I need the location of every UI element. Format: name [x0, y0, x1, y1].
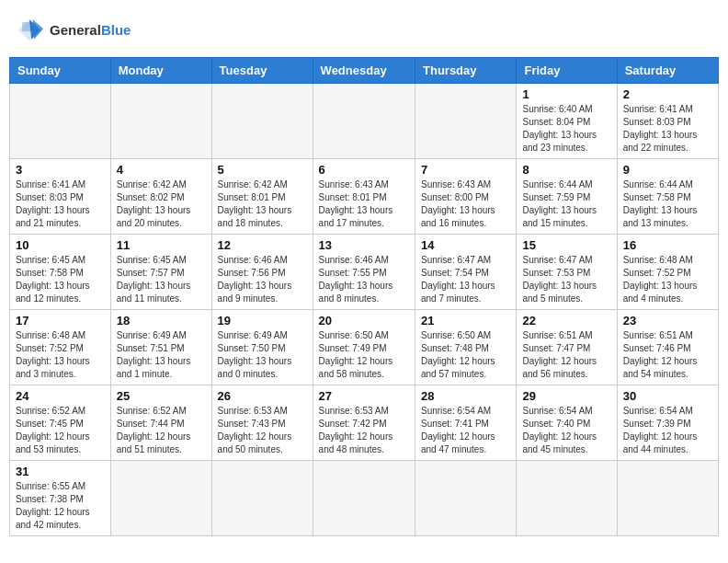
- header-tuesday: Tuesday: [211, 58, 313, 84]
- day-info: Sunrise: 6:53 AM Sunset: 7:42 PM Dayligh…: [319, 405, 409, 456]
- day-number: 13: [319, 238, 409, 252]
- calendar-week-row: 3Sunrise: 6:41 AM Sunset: 8:03 PM Daylig…: [10, 159, 719, 235]
- day-info: Sunrise: 6:51 AM Sunset: 7:47 PM Dayligh…: [522, 329, 610, 381]
- day-number: 28: [421, 389, 510, 403]
- day-info: Sunrise: 6:50 AM Sunset: 7:48 PM Dayligh…: [421, 329, 510, 381]
- calendar-cell: [211, 461, 313, 536]
- calendar-header-row: Sunday Monday Tuesday Wednesday Thursday…: [10, 58, 719, 84]
- calendar-cell: 31Sunrise: 6:55 AM Sunset: 7:38 PM Dayli…: [10, 461, 111, 536]
- calendar-week-row: 31Sunrise: 6:55 AM Sunset: 7:38 PM Dayli…: [10, 461, 719, 536]
- day-info: Sunrise: 6:52 AM Sunset: 7:44 PM Dayligh…: [117, 405, 206, 456]
- day-number: 16: [623, 238, 712, 252]
- day-number: 29: [522, 389, 610, 403]
- day-number: 5: [218, 163, 307, 177]
- calendar-cell: 13Sunrise: 6:46 AM Sunset: 7:55 PM Dayli…: [313, 235, 415, 310]
- day-number: 30: [623, 389, 712, 403]
- day-number: 20: [319, 314, 409, 327]
- day-number: 26: [218, 389, 307, 403]
- day-info: Sunrise: 6:43 AM Sunset: 8:01 PM Dayligh…: [319, 178, 409, 230]
- calendar-cell: 18Sunrise: 6:49 AM Sunset: 7:51 PM Dayli…: [110, 310, 211, 385]
- day-number: 21: [421, 314, 510, 327]
- header-saturday: Saturday: [617, 58, 718, 84]
- day-number: 12: [218, 238, 307, 252]
- svg-marker-4: [22, 22, 33, 31]
- day-info: Sunrise: 6:54 AM Sunset: 7:41 PM Dayligh…: [421, 405, 510, 456]
- header-sunday: Sunday: [10, 58, 111, 84]
- day-info: Sunrise: 6:53 AM Sunset: 7:43 PM Dayligh…: [218, 405, 307, 456]
- day-info: Sunrise: 6:41 AM Sunset: 8:03 PM Dayligh…: [16, 178, 105, 230]
- calendar-cell: 30Sunrise: 6:54 AM Sunset: 7:39 PM Dayli…: [617, 385, 718, 461]
- day-number: 31: [16, 465, 105, 478]
- calendar-cell: 26Sunrise: 6:53 AM Sunset: 7:43 PM Dayli…: [211, 385, 313, 461]
- calendar-table: Sunday Monday Tuesday Wednesday Thursday…: [9, 57, 719, 536]
- day-number: 11: [117, 238, 206, 252]
- calendar-cell: 14Sunrise: 6:47 AM Sunset: 7:54 PM Dayli…: [415, 235, 517, 310]
- day-number: 14: [421, 238, 510, 252]
- calendar-cell: [617, 461, 718, 536]
- day-info: Sunrise: 6:46 AM Sunset: 7:55 PM Dayligh…: [319, 254, 409, 305]
- day-number: 1: [522, 87, 610, 101]
- header: GeneralBlue: [9, 9, 719, 50]
- header-thursday: Thursday: [415, 58, 517, 84]
- logo: GeneralBlue: [13, 17, 131, 42]
- logo-icon: [13, 17, 46, 42]
- calendar-cell: [211, 84, 313, 159]
- day-number: 8: [522, 163, 610, 177]
- calendar-cell: 15Sunrise: 6:47 AM Sunset: 7:53 PM Dayli…: [517, 235, 617, 310]
- calendar-cell: 23Sunrise: 6:51 AM Sunset: 7:46 PM Dayli…: [617, 310, 718, 385]
- day-info: Sunrise: 6:47 AM Sunset: 7:53 PM Dayligh…: [522, 254, 610, 305]
- calendar-cell: 17Sunrise: 6:48 AM Sunset: 7:52 PM Dayli…: [10, 310, 111, 385]
- day-number: 27: [319, 389, 409, 403]
- calendar-week-row: 17Sunrise: 6:48 AM Sunset: 7:52 PM Dayli…: [10, 310, 719, 385]
- day-number: 7: [421, 163, 510, 177]
- calendar-cell: 19Sunrise: 6:49 AM Sunset: 7:50 PM Dayli…: [211, 310, 313, 385]
- calendar-cell: 25Sunrise: 6:52 AM Sunset: 7:44 PM Dayli…: [110, 385, 211, 461]
- calendar-cell: [10, 84, 111, 159]
- calendar-cell: 16Sunrise: 6:48 AM Sunset: 7:52 PM Dayli…: [617, 235, 718, 310]
- day-info: Sunrise: 6:42 AM Sunset: 8:02 PM Dayligh…: [117, 178, 206, 230]
- day-number: 19: [218, 314, 307, 327]
- day-number: 24: [16, 389, 105, 403]
- day-info: Sunrise: 6:45 AM Sunset: 7:57 PM Dayligh…: [117, 254, 206, 305]
- day-info: Sunrise: 6:47 AM Sunset: 7:54 PM Dayligh…: [421, 254, 510, 305]
- day-info: Sunrise: 6:42 AM Sunset: 8:01 PM Dayligh…: [218, 178, 307, 230]
- day-number: 2: [623, 87, 712, 101]
- day-info: Sunrise: 6:46 AM Sunset: 7:56 PM Dayligh…: [218, 254, 307, 305]
- header-monday: Monday: [110, 58, 211, 84]
- calendar-cell: [313, 84, 415, 159]
- calendar-cell: 9Sunrise: 6:44 AM Sunset: 7:58 PM Daylig…: [617, 159, 718, 235]
- header-friday: Friday: [517, 58, 617, 84]
- calendar-cell: 20Sunrise: 6:50 AM Sunset: 7:49 PM Dayli…: [313, 310, 415, 385]
- calendar-week-row: 24Sunrise: 6:52 AM Sunset: 7:45 PM Dayli…: [10, 385, 719, 461]
- logo-text: GeneralBlue: [50, 22, 131, 38]
- calendar-cell: 24Sunrise: 6:52 AM Sunset: 7:45 PM Dayli…: [10, 385, 111, 461]
- day-number: 4: [117, 163, 206, 177]
- day-number: 3: [16, 163, 105, 177]
- calendar-cell: 27Sunrise: 6:53 AM Sunset: 7:42 PM Dayli…: [313, 385, 415, 461]
- day-info: Sunrise: 6:40 AM Sunset: 8:04 PM Dayligh…: [522, 103, 610, 155]
- day-info: Sunrise: 6:48 AM Sunset: 7:52 PM Dayligh…: [623, 254, 712, 305]
- calendar-week-row: 10Sunrise: 6:45 AM Sunset: 7:58 PM Dayli…: [10, 235, 719, 310]
- calendar-cell: 2Sunrise: 6:41 AM Sunset: 8:03 PM Daylig…: [617, 84, 718, 159]
- day-number: 6: [319, 163, 409, 177]
- day-number: 18: [117, 314, 206, 327]
- calendar-cell: 21Sunrise: 6:50 AM Sunset: 7:48 PM Dayli…: [415, 310, 517, 385]
- header-wednesday: Wednesday: [313, 58, 415, 84]
- day-number: 9: [623, 163, 712, 177]
- day-info: Sunrise: 6:41 AM Sunset: 8:03 PM Dayligh…: [623, 103, 712, 155]
- day-info: Sunrise: 6:55 AM Sunset: 7:38 PM Dayligh…: [16, 480, 105, 532]
- calendar-cell: [415, 461, 517, 536]
- calendar-week-row: 1Sunrise: 6:40 AM Sunset: 8:04 PM Daylig…: [10, 84, 719, 159]
- calendar-cell: [517, 461, 617, 536]
- calendar-cell: 3Sunrise: 6:41 AM Sunset: 8:03 PM Daylig…: [10, 159, 111, 235]
- day-info: Sunrise: 6:52 AM Sunset: 7:45 PM Dayligh…: [16, 405, 105, 456]
- day-info: Sunrise: 6:45 AM Sunset: 7:58 PM Dayligh…: [16, 254, 105, 305]
- day-number: 10: [16, 238, 105, 252]
- day-info: Sunrise: 6:44 AM Sunset: 7:58 PM Dayligh…: [623, 178, 712, 230]
- calendar-cell: 4Sunrise: 6:42 AM Sunset: 8:02 PM Daylig…: [110, 159, 211, 235]
- day-info: Sunrise: 6:54 AM Sunset: 7:40 PM Dayligh…: [522, 405, 610, 456]
- day-info: Sunrise: 6:49 AM Sunset: 7:51 PM Dayligh…: [117, 329, 206, 381]
- day-info: Sunrise: 6:49 AM Sunset: 7:50 PM Dayligh…: [218, 329, 307, 381]
- calendar-cell: 10Sunrise: 6:45 AM Sunset: 7:58 PM Dayli…: [10, 235, 111, 310]
- day-number: 22: [522, 314, 610, 327]
